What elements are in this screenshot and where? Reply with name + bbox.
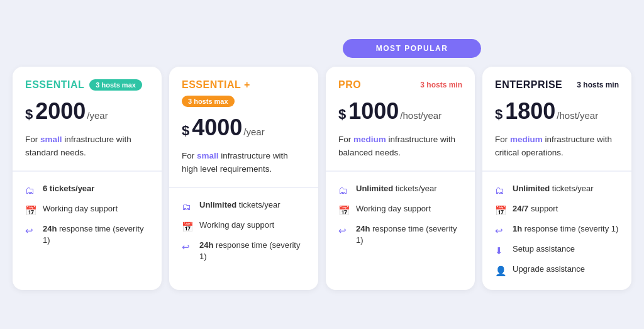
feature-item-pro-0: 🗂Unlimited tickets/year [338,183,462,197]
card-pro: PRO3 hosts min$1000/host/yearFor medium … [326,67,475,290]
feature-item-enterprise-2: ↩1h response time (severity 1) [495,223,619,237]
host-label-pro: 3 hosts min [420,81,462,89]
feature-text-enterprise-2: 1h response time (severity 1) [513,223,618,235]
plan-header-essential: ESSENTIAL3 hosts max [25,79,149,91]
feature-icon-enterprise-0: 🗂 [495,184,508,197]
price-line-enterprise: $1800/host/year [495,98,619,125]
card-top-enterprise: ENTERPRISE3 hosts min$1800/host/yearFor … [482,67,631,172]
feature-text-essential-1: Working day support [43,203,118,215]
feature-icon-pro-0: 🗂 [338,184,351,197]
description-essential-plus: For small infrastructure with high level… [182,150,306,176]
plan-name-essential-plus: ESSENTIAL + [182,79,250,91]
feature-item-enterprise-4: 👤Upgrade assistance [495,264,619,277]
description-essential: For small infrastructure with standard n… [25,133,149,159]
feature-text-enterprise-1: 24/7 support [513,203,558,215]
feature-text-enterprise-4: Upgrade assistance [513,264,585,275]
feature-item-essential-2: ↩24h response time (severity 1) [25,223,149,246]
plan-header-pro: PRO3 hosts min [338,79,462,91]
plan-name-pro: PRO [338,79,361,91]
feature-icon-essential-2: ↩ [25,224,38,237]
feature-icon-essential-0: 🗂 [25,184,38,197]
host-label-enterprise: 3 hosts min [577,81,619,89]
price-suffix-essential: /year [87,110,108,121]
feature-item-pro-1: 📅Working day support [338,203,462,217]
price-dollar-pro: $ [338,106,346,123]
price-suffix-enterprise: /host/year [557,110,598,121]
plan-name-essential: ESSENTIAL [25,79,84,91]
feature-list-essential: 🗂6 tickets/year📅Working day support↩24h … [25,183,149,246]
plan-name-enterprise: ENTERPRISE [495,79,562,91]
feature-text-pro-0: Unlimited tickets/year [356,183,437,194]
feature-text-essential-plus-1: Working day support [199,220,274,231]
feature-list-pro: 🗂Unlimited tickets/year📅Working day supp… [338,183,462,246]
description-pro: For medium infrastructure with balanced … [338,133,462,159]
cards-wrapper: ESSENTIAL3 hosts max$2000/yearFor small … [13,67,631,290]
price-amount-essential-plus: 4000 [192,114,242,141]
feature-icon-essential-plus-2: ↩ [182,240,194,254]
feature-list-enterprise: 🗂Unlimited tickets/year📅24/7 support↩1h … [495,183,619,277]
feature-text-essential-plus-2: 24h response time (severity 1) [199,240,306,262]
price-suffix-pro: /host/year [400,110,441,121]
feature-item-enterprise-1: 📅24/7 support [495,203,619,217]
feature-text-essential-2: 24h response time (severity 1) [43,223,149,246]
feature-item-essential-plus-1: 📅Working day support [182,220,306,233]
feature-icon-pro-2: ↩ [338,224,351,237]
card-essential-plus: ESSENTIAL +3 hosts max$4000/yearFor smal… [169,67,318,290]
pricing-page: MOST POPULAR ESSENTIAL3 hosts max$2000/y… [8,29,636,300]
feature-text-pro-2: 24h response time (severity 1) [356,223,462,246]
feature-item-essential-plus-0: 🗂Unlimited tickets/year [182,199,306,213]
plan-header-enterprise: ENTERPRISE3 hosts min [495,79,619,91]
price-amount-pro: 1000 [348,98,399,125]
feature-item-enterprise-3: ⬇Setup assistance [495,243,619,257]
feature-item-enterprise-0: 🗂Unlimited tickets/year [495,183,619,197]
price-dollar-essential-plus: $ [182,123,189,139]
feature-icon-enterprise-3: ⬇ [495,244,508,257]
feature-icon-enterprise-2: ↩ [495,224,508,237]
price-dollar-enterprise: $ [495,106,502,123]
feature-icon-pro-1: 📅 [338,204,351,217]
card-top-pro: PRO3 hosts min$1000/host/yearFor medium … [326,67,475,172]
plan-badge-essential: 3 hosts max [89,79,142,91]
price-line-essential-plus: $4000/year [182,114,306,141]
price-line-pro: $1000/host/year [338,98,462,125]
feature-text-essential-0: 6 tickets/year [43,183,94,194]
card-bottom-pro: 🗂Unlimited tickets/year📅Working day supp… [326,172,475,259]
feature-icon-enterprise-1: 📅 [495,204,508,217]
feature-icon-essential-1: 📅 [25,204,38,217]
feature-text-enterprise-3: Setup assistance [513,243,575,255]
card-enterprise: ENTERPRISE3 hosts min$1800/host/yearFor … [482,67,631,290]
price-suffix-essential-plus: /year [243,126,264,137]
card-top-essential-plus: ESSENTIAL +3 hosts max$4000/yearFor smal… [169,67,318,188]
plan-header-essential-plus: ESSENTIAL +3 hosts max [182,79,306,107]
feature-text-essential-plus-0: Unlimited tickets/year [199,199,280,211]
card-bottom-enterprise: 🗂Unlimited tickets/year📅24/7 support↩1h … [482,172,631,290]
feature-list-essential-plus: 🗂Unlimited tickets/year📅Working day supp… [182,199,306,262]
card-bottom-essential: 🗂6 tickets/year📅Working day support↩24h … [13,172,162,259]
feature-item-essential-0: 🗂6 tickets/year [25,183,149,197]
price-line-essential: $2000/year [25,98,149,125]
price-amount-enterprise: 1800 [505,98,555,125]
feature-item-essential-1: 📅Working day support [25,203,149,217]
card-bottom-essential-plus: 🗂Unlimited tickets/year📅Working day supp… [169,188,318,275]
price-dollar-essential: $ [25,106,33,123]
feature-icon-essential-plus-1: 📅 [182,220,194,233]
price-amount-essential: 2000 [35,98,86,125]
most-popular-banner: MOST POPULAR [343,39,481,58]
plan-badge-essential-plus: 3 hosts max [182,96,235,107]
description-enterprise: For medium infrastructure with critical … [495,133,619,159]
feature-icon-essential-plus-0: 🗂 [182,200,194,213]
feature-text-pro-1: Working day support [356,203,431,215]
feature-item-pro-2: ↩24h response time (severity 1) [338,223,462,246]
feature-icon-enterprise-4: 👤 [495,264,508,277]
feature-text-enterprise-0: Unlimited tickets/year [513,183,594,194]
most-popular-label: MOST POPULAR [343,39,481,58]
feature-item-essential-plus-2: ↩24h response time (severity 1) [182,240,306,262]
card-essential: ESSENTIAL3 hosts max$2000/yearFor small … [13,67,162,290]
card-top-essential: ESSENTIAL3 hosts max$2000/yearFor small … [13,67,162,172]
